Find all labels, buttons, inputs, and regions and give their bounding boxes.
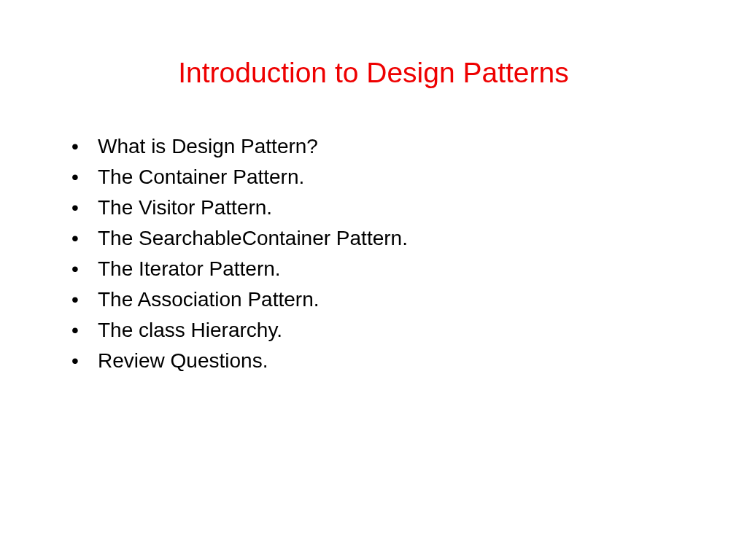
list-item: The Visitor Pattern. bbox=[71, 192, 747, 223]
slide-container: Introduction to Design Patterns What is … bbox=[0, 0, 747, 560]
bullet-list: What is Design Pattern? The Container Pa… bbox=[0, 131, 747, 376]
list-item: The SearchableContainer Pattern. bbox=[71, 223, 747, 254]
list-item: The Association Pattern. bbox=[71, 284, 747, 315]
list-item: The class Hierarchy. bbox=[71, 315, 747, 346]
list-item: The Iterator Pattern. bbox=[71, 254, 747, 284]
slide-title: Introduction to Design Patterns bbox=[0, 57, 747, 89]
list-item: The Container Pattern. bbox=[71, 162, 747, 192]
list-item: What is Design Pattern? bbox=[71, 131, 747, 162]
list-item: Review Questions. bbox=[71, 346, 747, 376]
